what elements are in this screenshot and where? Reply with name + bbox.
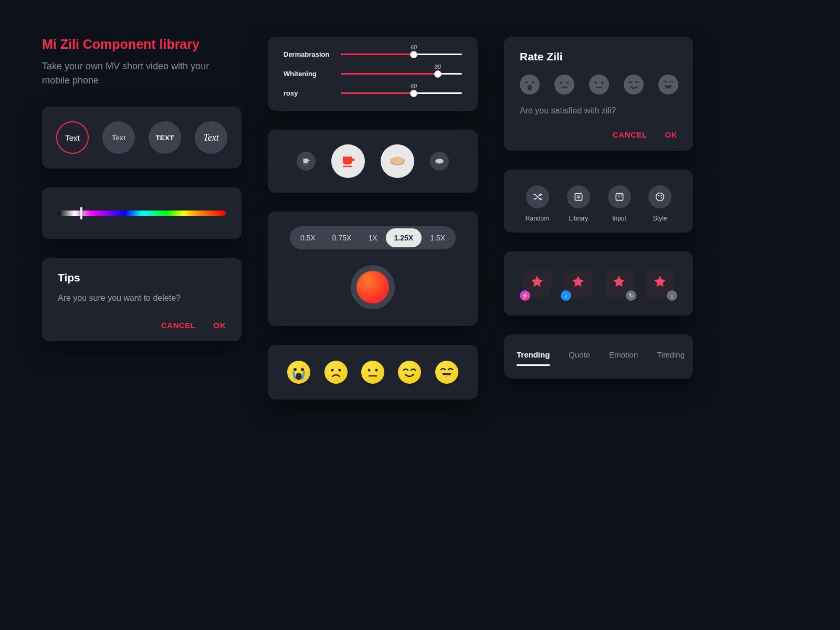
slider-rosy[interactable]: rosy 60: [284, 89, 462, 97]
hue-slider-card: [42, 187, 242, 239]
speed-0.5x[interactable]: 0.5X: [292, 228, 324, 247]
sticker-bread-small[interactable]: [430, 152, 449, 171]
svg-point-12: [532, 81, 534, 83]
star-icon: [612, 275, 626, 289]
effect-1[interactable]: ⚡: [523, 269, 551, 298]
svg-point-26: [661, 197, 663, 198]
svg-point-14: [560, 81, 562, 83]
sticker-size-card: [268, 130, 478, 193]
tips-cancel-button[interactable]: CANCEL: [161, 321, 196, 330]
svg-point-5: [296, 373, 302, 380]
speed-0.75x[interactable]: 0.75X: [324, 228, 360, 247]
hue-thumb[interactable]: [80, 207, 82, 219]
rate-face-sad[interactable]: [554, 75, 574, 94]
cry-face-icon: [520, 75, 540, 94]
cup-icon: [340, 153, 356, 169]
hero-title: Mi Zili Component library: [42, 37, 242, 52]
music-badge-icon: ♪: [561, 290, 571, 301]
rate-face-cry[interactable]: [520, 75, 540, 94]
text-style-option-2[interactable]: Text: [102, 121, 135, 154]
emoji-picker: [268, 345, 478, 400]
sad-face-icon: [324, 361, 348, 384]
download-badge-icon: ↓: [667, 290, 677, 301]
star-icon: [530, 275, 544, 289]
svg-point-23: [656, 193, 664, 201]
bread-icon: [435, 158, 444, 164]
emoji-laugh[interactable]: [435, 361, 458, 384]
speed-1x[interactable]: 1X: [360, 228, 385, 247]
action-label: Style: [653, 215, 667, 222]
neutral-face-icon: [361, 361, 384, 384]
slider-dermabrasion[interactable]: Dermabrasion 60: [284, 50, 462, 58]
slider-track[interactable]: 80: [341, 73, 462, 75]
action-style[interactable]: Style: [648, 185, 671, 222]
neutral-face-icon: [589, 75, 609, 94]
tips-message: Are you sure you want to delete?: [58, 293, 226, 303]
slider-value: 60: [411, 44, 417, 50]
sticker-cup-small[interactable]: [297, 152, 316, 171]
svg-point-9: [375, 369, 377, 372]
svg-rect-19: [575, 193, 582, 200]
slider-track[interactable]: 60: [341, 92, 462, 94]
effect-3[interactable]: ↻: [605, 269, 633, 298]
category-tabs: Trending Quote Emotion Timding: [504, 334, 693, 379]
emoji-neutral[interactable]: [361, 361, 384, 384]
sticker-bread-large[interactable]: [381, 144, 414, 178]
svg-point-13: [528, 85, 532, 90]
emoji-cry[interactable]: [287, 361, 310, 384]
action-input[interactable]: Input: [608, 185, 631, 222]
tab-quote[interactable]: Quote: [569, 350, 590, 366]
edit-icon: [614, 192, 625, 202]
text-style-option-3[interactable]: TEXT: [149, 121, 181, 154]
action-label: Library: [569, 215, 589, 222]
cry-face-icon: [287, 361, 310, 384]
slider-whitening[interactable]: Whitening 80: [284, 70, 462, 78]
svg-point-4: [301, 368, 304, 371]
speed-1.25x[interactable]: 1.25X: [386, 228, 422, 247]
tab-trending[interactable]: Trending: [517, 350, 550, 366]
actions-card: Random Library Input Style: [504, 170, 693, 233]
laugh-face-icon: [435, 361, 458, 384]
svg-point-2: [435, 159, 444, 164]
tips-ok-button[interactable]: OK: [214, 321, 226, 330]
happy-face-icon: [398, 361, 421, 384]
laugh-face-icon: [658, 75, 678, 94]
emoji-sad[interactable]: [324, 361, 348, 384]
speed-selector[interactable]: 0.5X 0.75X 1X 1.25X 1.5X: [290, 226, 456, 249]
rate-ok-button[interactable]: OK: [665, 130, 678, 139]
tab-timding[interactable]: Timding: [657, 350, 685, 366]
slider-track[interactable]: 60: [341, 54, 462, 55]
star-icon: [653, 275, 667, 289]
sticker-cup-large[interactable]: [331, 144, 365, 178]
sad-face-icon: [554, 75, 574, 94]
shuffle-icon: [532, 192, 543, 202]
cup-icon: [302, 157, 310, 165]
svg-point-24: [658, 195, 659, 196]
happy-face-icon: [624, 75, 644, 94]
rate-cancel-button[interactable]: CANCEL: [613, 130, 647, 139]
speed-1.5x[interactable]: 1.5X: [422, 228, 454, 247]
beauty-sliders-card: Dermabrasion 60 Whitening 80 rosy: [268, 37, 478, 111]
text-style-option-1[interactable]: Text: [56, 121, 89, 154]
effects-card: ⚡ ♪ ↻ ↓: [504, 251, 693, 316]
effect-2[interactable]: ♪: [564, 269, 592, 298]
action-random[interactable]: Random: [526, 185, 549, 222]
action-library[interactable]: Library: [567, 185, 590, 222]
rate-question: Are you satisfied with zili?: [520, 106, 677, 116]
rate-face-happy[interactable]: [624, 75, 644, 94]
rate-face-laugh[interactable]: [658, 75, 678, 94]
effect-4[interactable]: ↓: [646, 269, 674, 298]
slider-value: 80: [435, 64, 441, 70]
lightning-badge-icon: ⚡: [520, 290, 530, 301]
hue-track[interactable]: [58, 211, 226, 216]
emoji-happy[interactable]: [398, 361, 421, 384]
svg-point-3: [293, 368, 297, 371]
text-style-option-4[interactable]: Text: [195, 121, 227, 154]
svg-point-8: [368, 369, 370, 372]
rate-face-neutral[interactable]: [589, 75, 609, 94]
tab-emotion[interactable]: Emotion: [609, 350, 638, 366]
svg-point-6: [331, 369, 333, 372]
hero-subtitle: Take your own MV short video with your m…: [42, 59, 220, 88]
svg-point-25: [660, 195, 662, 196]
record-button[interactable]: [351, 265, 395, 309]
